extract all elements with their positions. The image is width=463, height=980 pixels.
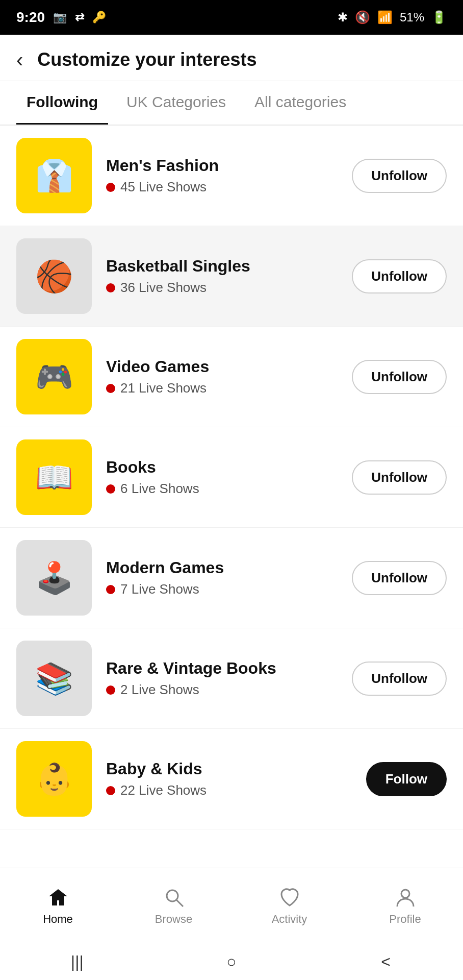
category-thumbnail: 🏀 — [16, 238, 92, 314]
category-info: Books 6 Live Shows — [106, 458, 352, 497]
category-info: Video Games 21 Live Shows — [106, 357, 352, 396]
tabs-bar: Following UK Categories All categories — [0, 81, 463, 126]
unfollow-button[interactable]: Unfollow — [352, 159, 447, 193]
live-dot — [106, 283, 115, 292]
live-dot — [106, 384, 115, 393]
nav-activity[interactable]: Activity — [232, 868, 347, 943]
unfollow-button[interactable]: Unfollow — [352, 259, 447, 293]
live-dot — [106, 786, 115, 795]
thumb-icon: 👶 — [35, 761, 73, 797]
list-item: 👔 Men's Fashion 45 Live Shows Unfollow — [0, 126, 463, 226]
category-info: Basketball Singles 36 Live Shows — [106, 257, 352, 296]
bluetooth-icon: ✱ — [338, 10, 348, 24]
key-icon: 🔑 — [92, 11, 106, 24]
thumb-icon: 📚 — [35, 660, 73, 697]
search-icon — [163, 886, 185, 909]
menu-button[interactable]: ||| — [63, 947, 91, 976]
live-dot — [106, 685, 115, 695]
status-bar: 9:20 📷 ⇄ 🔑 ✱ 🔇 📶 51% 🔋 — [0, 0, 463, 35]
category-shows: 45 Live Shows — [106, 179, 352, 195]
nav-profile[interactable]: Profile — [347, 868, 463, 943]
tab-all-categories[interactable]: All categories — [244, 81, 356, 125]
page-title: Customize your interests — [37, 49, 256, 70]
back-system-button[interactable]: < — [372, 947, 400, 976]
category-name: Baby & Kids — [106, 760, 366, 778]
category-thumbnail: 👶 — [16, 741, 92, 817]
unfollow-button[interactable]: Unfollow — [352, 360, 447, 394]
mute-icon: 🔇 — [355, 10, 370, 24]
tab-uk-categories[interactable]: UK Categories — [116, 81, 236, 125]
shows-count: 36 Live Shows — [120, 280, 207, 296]
back-button[interactable]: ‹ — [16, 50, 23, 70]
category-thumbnail: 👔 — [16, 138, 92, 213]
nav-activity-label: Activity — [272, 913, 307, 926]
shows-count: 2 Live Shows — [120, 682, 199, 698]
list-item: 🕹️ Modern Games 7 Live Shows Unfollow — [0, 528, 463, 628]
nav-home[interactable]: Home — [0, 868, 116, 943]
system-bar: ||| ○ < — [0, 943, 463, 980]
thumb-icon: 🕹️ — [35, 560, 73, 596]
category-name: Basketball Singles — [106, 257, 352, 276]
category-shows: 21 Live Shows — [106, 380, 352, 396]
unfollow-button[interactable]: Unfollow — [352, 561, 447, 595]
thumb-icon: 🎮 — [35, 359, 73, 395]
category-info: Modern Games 7 Live Shows — [106, 558, 352, 597]
category-name: Books — [106, 458, 352, 477]
category-shows: 36 Live Shows — [106, 280, 352, 296]
nav-browse-label: Browse — [155, 913, 192, 926]
status-time: 9:20 — [16, 9, 45, 26]
category-name: Rare & Vintage Books — [106, 659, 352, 678]
category-info: Men's Fashion 45 Live Shows — [106, 156, 352, 195]
shows-count: 7 Live Shows — [120, 581, 199, 597]
cast-icon: ⇄ — [75, 11, 84, 24]
list-item: 👶 Baby & Kids 22 Live Shows Follow — [0, 729, 463, 829]
status-right: ✱ 🔇 📶 51% 🔋 — [338, 10, 447, 24]
tab-following[interactable]: Following — [16, 81, 108, 125]
live-dot — [106, 183, 115, 192]
shows-count: 21 Live Shows — [120, 380, 207, 396]
unfollow-button[interactable]: Unfollow — [352, 662, 447, 696]
list-item: 📚 Rare & Vintage Books 2 Live Shows Unfo… — [0, 628, 463, 729]
category-name: Modern Games — [106, 558, 352, 577]
category-shows: 2 Live Shows — [106, 682, 352, 698]
category-shows: 7 Live Shows — [106, 581, 352, 597]
category-info: Rare & Vintage Books 2 Live Shows — [106, 659, 352, 698]
person-icon — [394, 886, 417, 909]
category-info: Baby & Kids 22 Live Shows — [106, 760, 366, 798]
unfollow-button[interactable]: Unfollow — [352, 460, 447, 495]
nav-profile-label: Profile — [389, 913, 421, 926]
category-list: 👔 Men's Fashion 45 Live Shows Unfollow 🏀… — [0, 126, 463, 868]
thumb-icon: 🏀 — [35, 258, 73, 295]
wifi-icon: 📶 — [377, 10, 393, 24]
battery-icon: 🔋 — [431, 10, 447, 24]
nav-browse[interactable]: Browse — [116, 868, 232, 943]
bottom-nav: Home Browse Activity Profile — [0, 868, 463, 943]
thumb-icon: 👔 — [35, 158, 73, 194]
list-item: 🏀 Basketball Singles 36 Live Shows Unfol… — [0, 226, 463, 327]
category-thumbnail: 📖 — [16, 439, 92, 515]
shows-count: 45 Live Shows — [120, 179, 207, 195]
heart-icon — [278, 886, 301, 909]
follow-button[interactable]: Follow — [366, 762, 447, 796]
nav-home-label: Home — [43, 913, 73, 926]
top-bar: ‹ Customize your interests — [0, 35, 463, 81]
home-icon — [47, 886, 69, 909]
category-thumbnail: 🕹️ — [16, 540, 92, 616]
category-name: Men's Fashion — [106, 156, 352, 175]
category-shows: 22 Live Shows — [106, 782, 366, 798]
live-dot — [106, 484, 115, 494]
svg-line-1 — [176, 900, 183, 906]
category-shows: 6 Live Shows — [106, 481, 352, 497]
svg-point-2 — [401, 890, 409, 898]
list-item: 📖 Books 6 Live Shows Unfollow — [0, 427, 463, 528]
status-left: 9:20 📷 ⇄ 🔑 — [16, 9, 106, 26]
shows-count: 22 Live Shows — [120, 782, 207, 798]
category-name: Video Games — [106, 357, 352, 376]
home-button[interactable]: ○ — [217, 947, 246, 976]
category-thumbnail: 🎮 — [16, 339, 92, 414]
svg-point-0 — [167, 890, 178, 901]
camera-icon: 📷 — [53, 11, 67, 24]
list-item: 🎮 Video Games 21 Live Shows Unfollow — [0, 327, 463, 427]
battery-text: 51% — [400, 10, 424, 24]
live-dot — [106, 585, 115, 594]
